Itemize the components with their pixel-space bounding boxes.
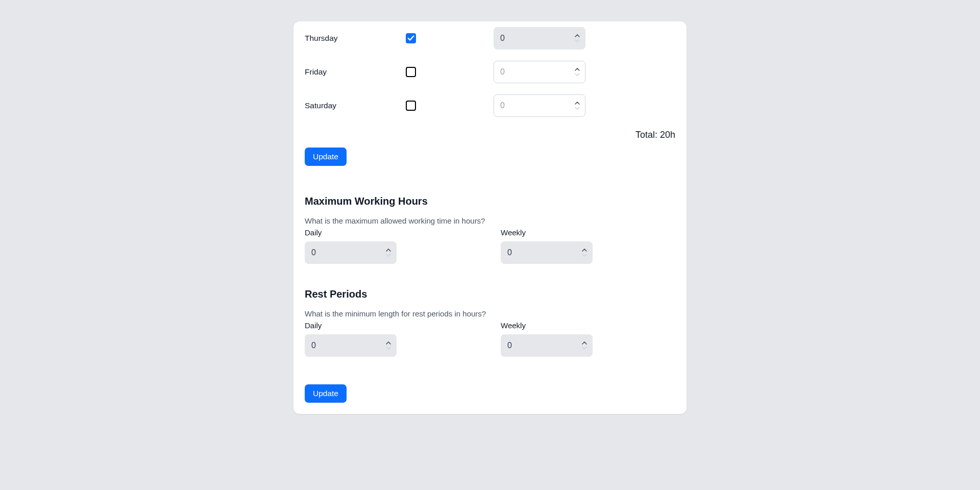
stepper-down-icon[interactable] [574,39,581,43]
check-icon [407,35,414,42]
max-hours-sub: What is the maximum allowed working time… [305,216,675,225]
update-days-button[interactable]: Update [305,148,347,166]
settings-card: Thursday 0 Friday [293,21,687,414]
input-placeholder: 0 [500,67,505,77]
input-value: 0 [311,248,316,257]
max-daily-label: Daily [305,228,397,237]
max-daily-input[interactable]: 0 [305,241,397,264]
stepper-up-icon[interactable] [581,248,588,252]
day-label: Thursday [305,34,406,43]
rest-daily-label: Daily [305,321,397,330]
rest-heading: Rest Periods [305,288,675,300]
rest-sub: What is the minimum length for rest peri… [305,309,675,318]
day-hours-input-saturday[interactable]: 0 [494,94,585,117]
day-row-friday: Friday 0 [305,55,675,89]
stepper-down-icon[interactable] [574,72,581,77]
total-hours-label: Total: 20h [305,130,675,140]
stepper-up-icon[interactable] [385,341,392,345]
stepper-down-icon[interactable] [574,106,581,110]
rest-weekly-input[interactable]: 0 [501,334,593,357]
input-placeholder: 0 [500,101,505,110]
day-checkbox-saturday[interactable] [406,101,416,111]
day-label: Friday [305,67,406,77]
update-limits-button[interactable]: Update [305,384,347,403]
stepper-down-icon[interactable] [385,346,392,350]
rest-daily-input[interactable]: 0 [305,334,397,357]
day-row-saturday: Saturday 0 [305,89,675,122]
day-checkbox-friday[interactable] [406,67,416,77]
stepper-up-icon[interactable] [574,67,581,71]
stepper-down-icon[interactable] [581,346,588,350]
input-value: 0 [311,341,316,350]
input-value: 0 [507,341,512,350]
day-checkbox-thursday[interactable] [406,33,416,43]
stepper-down-icon[interactable] [581,253,588,257]
max-weekly-label: Weekly [501,228,593,237]
rest-weekly-label: Weekly [501,321,593,330]
max-hours-heading: Maximum Working Hours [305,195,675,207]
day-label: Saturday [305,101,406,110]
max-weekly-input[interactable]: 0 [501,241,593,264]
stepper-up-icon[interactable] [574,101,581,105]
stepper-up-icon[interactable] [581,341,588,345]
stepper-down-icon[interactable] [385,253,392,257]
stepper-up-icon[interactable] [385,248,392,252]
stepper-up-icon[interactable] [574,34,581,38]
day-row-thursday: Thursday 0 [305,21,675,55]
day-hours-input-thursday[interactable]: 0 [494,27,585,50]
day-hours-input-friday[interactable]: 0 [494,61,585,83]
input-value: 0 [507,248,512,257]
input-value: 0 [500,34,505,43]
